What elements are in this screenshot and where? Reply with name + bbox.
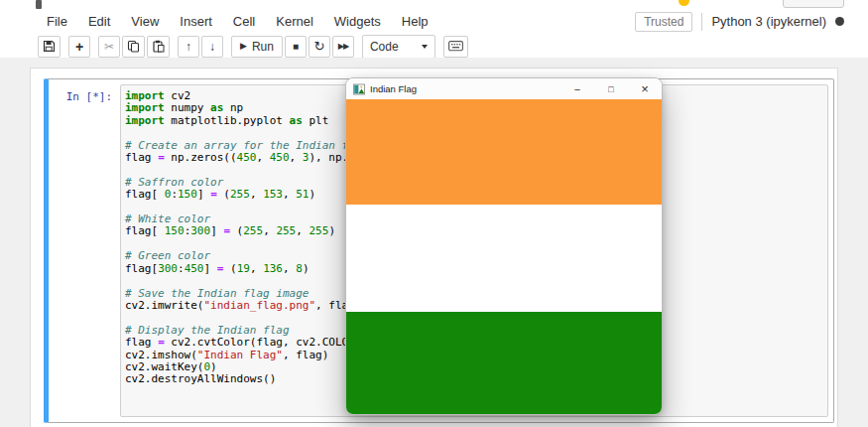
close-button[interactable]: ×	[628, 78, 662, 99]
toolbar: + ✂ ↑ ↓ ▶ Run ■ ↻	[0, 33, 868, 60]
menu-item-widgets[interactable]: Widgets	[325, 12, 390, 31]
move-cell-down-button[interactable]: ↓	[201, 36, 223, 58]
header-divider	[701, 13, 702, 31]
notification-icon-fragment	[679, 0, 689, 6]
cell-type-value: Code	[370, 40, 399, 54]
interrupt-icon: ■	[293, 42, 299, 52]
save-button[interactable]	[38, 36, 61, 58]
cell-prompt: In [*]:	[49, 84, 120, 417]
cut-icon: ✂	[104, 40, 114, 54]
menu-item-cell[interactable]: Cell	[224, 12, 264, 31]
flag-image	[346, 99, 662, 415]
restart-run-all-icon: ▶▶	[338, 43, 348, 51]
window-titlebar[interactable]: Indian Flag − □ ×	[346, 78, 662, 99]
run-label: Run	[252, 40, 274, 54]
run-icon: ▶	[240, 42, 247, 51]
restart-kernel-button[interactable]: ↻	[309, 36, 330, 58]
window-icon	[353, 83, 365, 95]
command-palette-button[interactable]	[443, 36, 468, 58]
menu-item-file[interactable]: File	[38, 12, 76, 31]
menu-bar-items: FileEditViewInsertCellKernelWidgetsHelp	[38, 12, 440, 31]
kernel-name[interactable]: Python 3 (ipykernel)	[711, 14, 826, 29]
menu-bar: FileEditViewInsertCellKernelWidgetsHelp …	[0, 10, 868, 33]
save-icon	[43, 40, 56, 53]
flag-stripe-green	[346, 312, 662, 415]
copy-icon	[127, 40, 140, 53]
header-top-strip	[0, 0, 868, 10]
paste-icon	[152, 40, 165, 53]
window-controls: − □ ×	[560, 78, 662, 99]
add-cell-icon: +	[75, 40, 83, 54]
maximize-button[interactable]: □	[594, 78, 628, 99]
move-down-icon: ↓	[209, 41, 215, 53]
flag-stripe-saffron	[346, 99, 662, 205]
menu-item-help[interactable]: Help	[393, 12, 437, 31]
restart-run-all-button[interactable]: ▶▶	[332, 36, 354, 58]
jupyter-notebook-app: FileEditViewInsertCellKernelWidgetsHelp …	[0, 0, 868, 427]
header-button-fragment	[783, 0, 844, 8]
move-cell-up-button[interactable]: ↑	[178, 36, 199, 58]
minimize-button[interactable]: −	[560, 78, 594, 99]
add-cell-button[interactable]: +	[68, 36, 90, 58]
menu-item-view[interactable]: View	[122, 12, 168, 31]
menu-item-edit[interactable]: Edit	[79, 12, 119, 31]
window-title: Indian Flag	[370, 83, 417, 94]
flag-stripe-white	[346, 205, 662, 312]
copy-cell-button[interactable]	[122, 36, 145, 58]
jupyter-logo-fragment	[36, 0, 42, 9]
cell-type-dropdown[interactable]: Code	[362, 35, 435, 59]
kernel-busy-indicator	[835, 17, 844, 26]
keyboard-icon	[448, 41, 463, 52]
restart-icon: ↻	[313, 40, 324, 53]
move-up-icon: ↑	[186, 41, 191, 53]
trusted-badge[interactable]: Trusted	[635, 12, 692, 32]
run-button[interactable]: ▶ Run	[231, 36, 283, 58]
chevron-down-icon	[422, 45, 428, 49]
interrupt-kernel-button[interactable]: ■	[285, 36, 307, 58]
menu-item-insert[interactable]: Insert	[171, 12, 221, 31]
paste-cell-button[interactable]	[147, 36, 170, 58]
menu-item-kernel[interactable]: Kernel	[267, 12, 322, 31]
cut-cell-button[interactable]: ✂	[98, 36, 120, 58]
opencv-window[interactable]: Indian Flag − □ ×	[345, 77, 663, 415]
menu-bar-right: Trusted Python 3 (ipykernel)	[635, 12, 868, 32]
